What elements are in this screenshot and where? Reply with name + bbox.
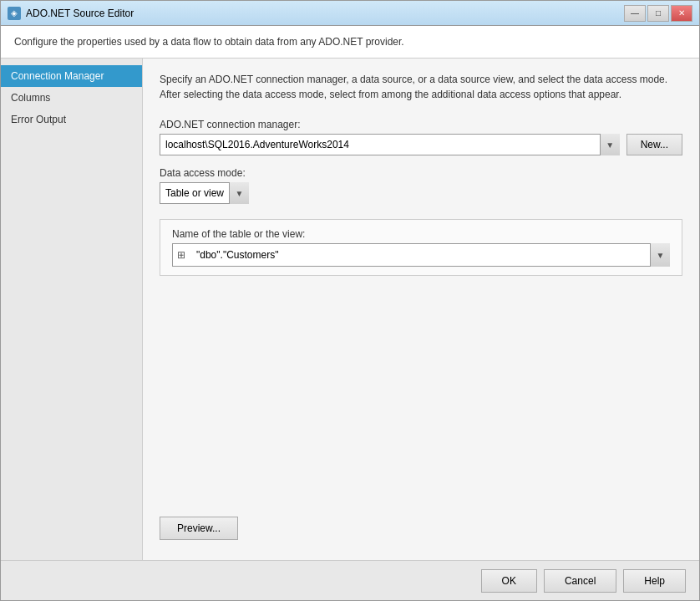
- data-access-select[interactable]: Table or view: [160, 182, 249, 204]
- new-button[interactable]: New...: [626, 134, 682, 155]
- table-name-label: Name of the table or the view:: [172, 228, 670, 240]
- spacer: [160, 276, 682, 517]
- table-select-wrapper: ⊞ "dbo"."Customers" ▼: [172, 243, 670, 267]
- close-button[interactable]: ✕: [671, 5, 692, 22]
- description-text: Configure the properties used by a data …: [14, 36, 404, 48]
- table-name-group: Name of the table or the view: ⊞ "dbo"."…: [160, 219, 682, 276]
- ok-button[interactable]: OK: [481, 569, 537, 593]
- connection-manager-select[interactable]: localhost\SQL2016.AdventureWorks2014: [160, 134, 620, 155]
- cancel-button[interactable]: Cancel: [544, 569, 616, 593]
- title-controls: — □ ✕: [624, 5, 692, 22]
- main-content: Connection Manager Columns Error Output …: [1, 59, 699, 560]
- footer: OK Cancel Help: [1, 560, 699, 600]
- data-access-group: Data access mode: Table or view ▼: [160, 167, 682, 204]
- sidebar-item-error-output[interactable]: Error Output: [1, 109, 142, 130]
- window-title: ADO.NET Source Editor: [26, 8, 134, 19]
- data-access-label: Data access mode:: [160, 167, 682, 179]
- maximize-button[interactable]: □: [647, 5, 669, 22]
- preview-area: Preview...: [160, 517, 682, 547]
- connection-manager-row: localhost\SQL2016.AdventureWorks2014 ▼ N…: [160, 134, 682, 155]
- minimize-button[interactable]: —: [624, 5, 646, 22]
- title-bar-left: ◈ ADO.NET Source Editor: [8, 7, 134, 20]
- table-name-select[interactable]: "dbo"."Customers": [172, 243, 670, 267]
- sidebar: Connection Manager Columns Error Output: [1, 59, 143, 560]
- preview-button[interactable]: Preview...: [160, 517, 238, 540]
- sidebar-item-columns[interactable]: Columns: [1, 87, 142, 109]
- connection-manager-group: ADO.NET connection manager: localhost\SQ…: [160, 119, 682, 155]
- help-button[interactable]: Help: [623, 569, 686, 593]
- panel-description: Specify an ADO.NET connection manager, a…: [160, 72, 682, 102]
- main-window: ◈ ADO.NET Source Editor — □ ✕ Configure …: [0, 0, 700, 601]
- sidebar-item-connection-manager[interactable]: Connection Manager: [1, 65, 142, 87]
- connection-manager-select-wrapper: localhost\SQL2016.AdventureWorks2014 ▼: [160, 134, 620, 155]
- connection-manager-label: ADO.NET connection manager:: [160, 119, 682, 130]
- data-access-select-wrapper: Table or view ▼: [160, 182, 249, 204]
- panel: Specify an ADO.NET connection manager, a…: [143, 59, 699, 560]
- description-bar: Configure the properties used by a data …: [1, 26, 699, 59]
- app-icon: ◈: [8, 7, 21, 20]
- title-bar: ◈ ADO.NET Source Editor — □ ✕: [1, 1, 699, 26]
